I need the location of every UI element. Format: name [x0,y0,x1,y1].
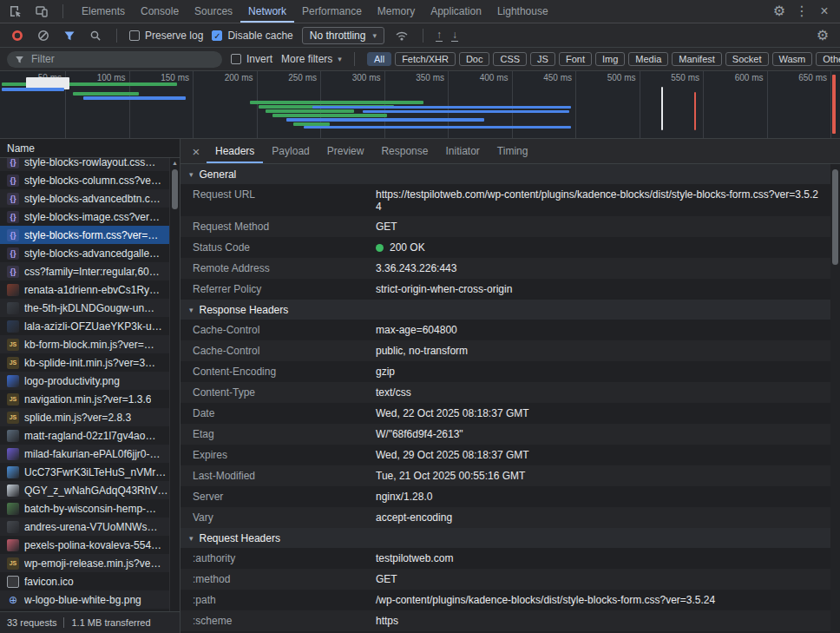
request-row[interactable]: {}style-blocks-rowlayout.css… [0,158,180,171]
tab-performance[interactable]: Performance [294,0,370,23]
overview-gridline [129,71,130,138]
request-name: renata-a1drienn-ebvCs1Ry… [24,284,160,296]
device-toolbar-icon[interactable] [33,3,50,20]
filter-chip-media[interactable]: Media [628,52,668,66]
invert-checkbox[interactable]: Invert [231,53,272,65]
request-row[interactable]: {}style-blocks-advancedbtn.c… [0,189,180,208]
close-details-icon[interactable]: × [186,144,207,159]
detail-tab-payload[interactable]: Payload [263,139,318,163]
section-title: Response Headers [200,304,289,316]
header-value: Tue, 21 Oct 2025 00:55:16 GMT [376,470,830,482]
toolbar-divider [423,29,423,43]
request-row[interactable]: pexels-polina-kovaleva-554… [0,536,180,554]
section-header-response-headers[interactable]: ▾Response Headers [180,300,830,320]
filter-chip-css[interactable]: CSS [493,52,527,66]
request-row[interactable]: favicon.ico [0,572,180,590]
request-row[interactable]: QGY_z_wNahGAdqQ43RhV… [0,481,180,499]
filter-chip-other[interactable]: Other [816,52,840,66]
request-row[interactable]: matt-ragland-02z1l7gv4ao… [0,426,180,445]
filter-chip-fetch-xhr[interactable]: Fetch/XHR [395,52,456,66]
detail-tab-initiator[interactable]: Initiator [436,139,488,163]
detail-tab-headers[interactable]: Headers [207,139,263,163]
request-row[interactable]: {}style-blocks-image.css?ver… [0,208,180,226]
import-har-icon[interactable]: ↑ [436,30,443,42]
request-row[interactable]: the-5th-jkDLNDGougw-un… [0,299,180,317]
search-icon[interactable] [87,27,104,44]
tab-sources[interactable]: Sources [187,0,240,23]
request-row[interactable]: {}style-blocks-advancedgalle… [0,244,180,262]
image-thumbnail-icon [7,466,19,478]
request-row[interactable]: milad-fakurian-ePAL0f6jjr0-… [0,445,180,463]
main-tabs: ElementsConsoleSourcesNetworkPerformance… [74,0,556,23]
collapse-triangle-icon: ▾ [189,534,194,543]
filter-chip-socket[interactable]: Socket [725,52,769,66]
request-row[interactable]: JSnavigation.min.js?ver=1.3.6 [0,390,180,408]
request-row[interactable]: lala-azizli-OFZUaeYKP3k-u… [0,317,180,335]
network-settings-gear-icon[interactable]: ⚙ [814,27,831,44]
detail-tab-response[interactable]: Response [372,139,436,163]
header-row: Servernginx/1.28.0 [180,486,830,507]
request-name: batch-by-wisconsin-hemp-… [24,503,156,515]
detail-tab-timing[interactable]: Timing [489,139,537,163]
request-row[interactable]: JSsplide.min.js?ver=2.8.3 [0,408,180,426]
disable-cache-checkbox[interactable]: ✓ Disable cache [212,30,292,42]
scrollbar-thumb[interactable] [172,169,178,209]
overview-request-bar [2,88,64,91]
request-name: css?family=Inter:regular,60… [24,266,160,278]
settings-gear-icon[interactable]: ⚙ [771,3,788,20]
filter-chip-wasm[interactable]: Wasm [772,52,813,66]
filter-chip-font[interactable]: Font [559,52,592,66]
name-column-header[interactable]: Name [0,139,180,158]
section-header-request-headers[interactable]: ▾Request Headers [180,528,830,548]
filter-chip-all[interactable]: All [367,52,391,66]
export-har-icon[interactable]: ↓ [451,30,458,42]
tab-console[interactable]: Console [133,0,187,23]
tab-lighthouse[interactable]: Lighthouse [489,0,556,23]
filter-toggle-icon[interactable] [61,27,78,44]
request-row[interactable]: UcC73FwrK3iLTeHuS_nVMr… [0,463,180,481]
css-file-icon: {} [7,158,19,168]
network-overview-timeline[interactable]: 50 ms100 ms150 ms200 ms250 ms300 ms350 m… [0,71,840,139]
toolbar-divider [116,29,117,43]
tab-memory[interactable]: Memory [370,0,423,23]
request-row[interactable]: {}style-blocks-form.css?ver=… [0,226,180,244]
inspect-element-icon[interactable] [7,3,24,20]
header-name: Content-Type [180,386,376,399]
request-row[interactable]: renata-a1drienn-ebvCs1Ry… [0,280,180,299]
close-devtools-icon[interactable]: × [816,3,833,20]
request-row[interactable]: logo-productivity.png [0,372,180,390]
scrollbar-thumb[interactable] [832,169,838,265]
throttling-dropdown[interactable]: No throttling ▾ [302,27,384,44]
tab-network[interactable]: Network [240,0,294,23]
request-row[interactable]: JSwp-emoji-release.min.js?ve… [0,554,180,572]
request-row[interactable]: {}css?family=Inter:regular,60… [0,262,180,280]
clear-network-log-icon[interactable] [35,27,52,44]
request-row[interactable]: ⊕w-logo-blue-white-bg.png [0,590,180,609]
request-row[interactable]: batch-by-wisconsin-hemp-… [0,499,180,518]
detail-tab-preview[interactable]: Preview [318,139,373,163]
network-conditions-icon[interactable] [393,27,410,44]
header-name: Date [180,407,376,419]
more-options-icon[interactable]: ⋮ [793,3,810,20]
overview-tick-label: 150 ms [142,73,189,82]
filter-input[interactable] [7,51,222,68]
header-name: Expires [180,449,376,461]
scroll-up-arrow-icon[interactable]: ▲ [170,158,180,166]
filter-chip-js[interactable]: JS [530,52,555,66]
overview-request-bar [286,118,484,122]
request-row[interactable]: {}style-blocks-column.css?ve… [0,171,180,189]
request-row[interactable]: JSkb-splide-init.min.js?ver=3… [0,353,180,372]
tab-application[interactable]: Application [423,0,489,23]
section-header-general[interactable]: ▾General [180,164,830,184]
filter-chip-doc[interactable]: Doc [459,52,490,66]
request-name: wp-emoji-release.min.js?ve… [24,557,161,570]
record-network-log-icon[interactable] [9,27,26,44]
filter-chip-img[interactable]: Img [595,52,625,66]
request-row[interactable]: JSkb-form-block.min.js?ver=… [0,335,180,353]
js-file-icon: JS [7,357,19,369]
filter-chip-manifest[interactable]: Manifest [672,52,722,66]
tab-elements[interactable]: Elements [74,0,133,23]
preserve-log-checkbox[interactable]: Preserve log [129,30,203,42]
more-filters-button[interactable]: More filters ▾ [281,53,342,65]
request-row[interactable]: andres-urena-V7UoMNWs… [0,518,180,536]
